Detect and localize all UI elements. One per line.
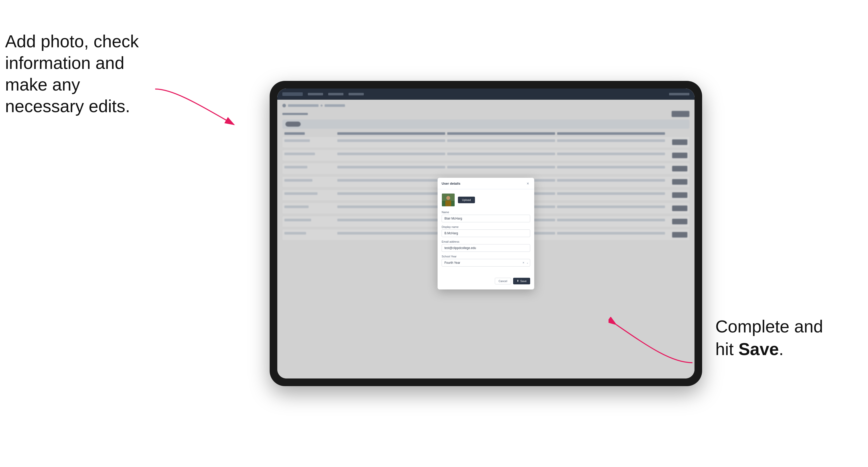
tablet-device: User details × [270, 81, 702, 386]
save-button[interactable]: ⬆ Save [513, 278, 530, 284]
annotation-arrow-left [148, 84, 244, 130]
school-year-wrapper: × ⌄ [442, 259, 530, 267]
modal-overlay: User details × [277, 89, 694, 378]
cancel-button[interactable]: Cancel [495, 278, 511, 284]
modal-header: User details × [438, 178, 534, 189]
modal-body: Upload Name Display name [438, 189, 534, 274]
name-field-group: Name [442, 211, 530, 222]
select-clear-button[interactable]: × [522, 260, 525, 265]
photo-image [442, 193, 455, 206]
svg-point-2 [446, 196, 450, 200]
upload-photo-button[interactable]: Upload [458, 197, 475, 203]
save-icon: ⬆ [517, 279, 519, 283]
select-arrow-button[interactable]: ⌄ [526, 261, 529, 264]
app-background: User details × [277, 89, 694, 378]
svg-rect-3 [445, 200, 451, 206]
display-name-field-group: Display name [442, 225, 530, 237]
tablet-screen: User details × [277, 89, 694, 378]
email-input[interactable] [442, 244, 530, 252]
school-year-field-group: School Year × ⌄ [442, 255, 530, 267]
modal-close-button[interactable]: × [526, 181, 530, 186]
name-label: Name [442, 211, 530, 214]
display-name-label: Display name [442, 225, 530, 228]
email-field-group: Email address [442, 240, 530, 252]
photo-section: Upload [442, 193, 530, 207]
modal-footer: Cancel ⬆ Save [438, 278, 534, 284]
display-name-input[interactable] [442, 229, 530, 237]
photo-thumbnail [442, 193, 455, 207]
annotation-right: Complete and hit Save. [715, 315, 848, 360]
name-input[interactable] [442, 215, 530, 222]
annotation-left: Add photo, check information and make an… [5, 31, 153, 117]
school-year-label: School Year [442, 255, 530, 258]
email-label: Email address [442, 240, 530, 243]
user-details-modal: User details × [438, 178, 534, 289]
school-year-input[interactable] [442, 259, 530, 267]
save-label: Save [520, 280, 527, 283]
modal-title: User details [442, 182, 461, 185]
select-controls: × ⌄ [522, 260, 529, 265]
